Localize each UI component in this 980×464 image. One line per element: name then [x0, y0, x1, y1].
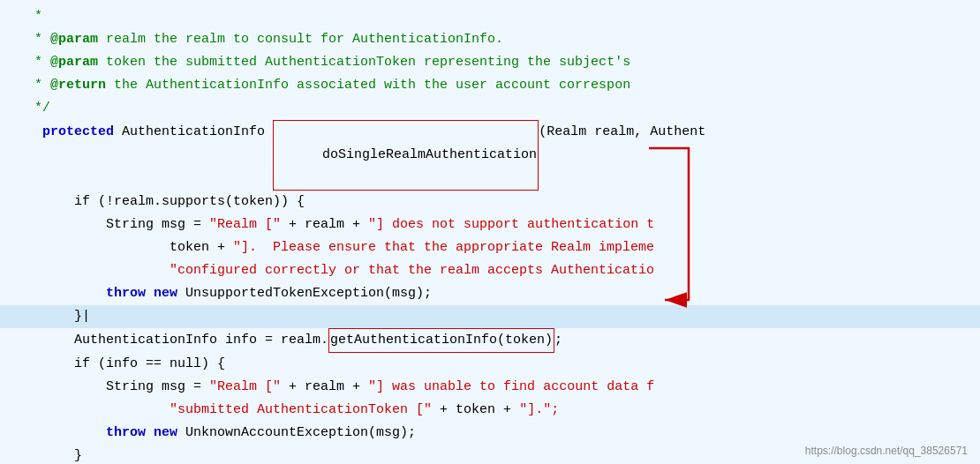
string-val: "] does not support authentication t [368, 213, 654, 236]
code-text [11, 399, 170, 422]
code-line-3: * @param token the submitted Authenticat… [0, 51, 980, 74]
code-text: if (!realm.supports(token)) { [11, 191, 305, 213]
string-val: "Realm [" [209, 376, 281, 399]
code-line-1: * [0, 5, 980, 28]
code-text: ; [554, 329, 562, 352]
comment-text: * [11, 74, 50, 97]
code-text: String msg = [11, 213, 209, 236]
code-line-8: String msg = "Realm [" + realm + "] does… [0, 213, 980, 236]
comment-text: token the submitted AuthenticationToken … [98, 51, 630, 74]
code-line-11: throw new UnsupportedTokenException(msg)… [0, 282, 980, 305]
watermark: https://blog.csdn.net/qq_38526571 [805, 445, 968, 457]
code-line-13: AuthenticationInfo info = realm.getAuthe… [0, 328, 980, 353]
code-text: + token + [432, 399, 519, 422]
code-text: AuthenticationInfo info = realm. [11, 329, 328, 352]
code-line-5: */ [0, 97, 980, 120]
string-val: "submitted AuthenticationToken [" [170, 399, 432, 422]
indent [11, 422, 106, 445]
indent [11, 282, 106, 305]
code-line-14: if (info == null) { [0, 353, 980, 376]
comment-bold: @param [50, 28, 98, 51]
comment-bold: @return [50, 74, 106, 97]
comment-text: * [11, 51, 50, 74]
return-type: AuthenticationInfo [114, 121, 273, 144]
comment-text: */ [11, 97, 50, 120]
comment-text: * [11, 5, 42, 28]
method-name-box: doSingleRealmAuthentication [273, 120, 539, 191]
method-name: doSingleRealmAuthentication [322, 147, 537, 162]
comment-text: * [11, 28, 50, 51]
keyword-protected: protected [42, 121, 114, 144]
code-text: } [11, 445, 82, 464]
string-val: "]."; [519, 399, 567, 422]
comment-text: realm the realm to consult for Authentic… [98, 28, 503, 51]
string-val: "configured correctly or that the realm … [170, 259, 654, 282]
code-text [11, 259, 170, 282]
code-text: token + [11, 236, 233, 259]
method-params: (Realm realm, Authent [539, 121, 705, 144]
code-line-10: "configured correctly or that the realm … [0, 259, 980, 282]
code-text: if (info == null) { [11, 353, 225, 376]
code-text: }| [11, 305, 90, 328]
code-line-method-decl: protected AuthenticationInfo doSingleRea… [0, 120, 980, 191]
keyword-throw: throw new [106, 282, 177, 305]
string-val: "Realm [" [209, 213, 281, 236]
comment-bold: @param [50, 51, 98, 74]
string-val: "]. Please ensure that the appropriate R… [233, 236, 654, 259]
comment-text: the AuthenticationInfo associated with t… [106, 74, 630, 97]
code-line-2: * @param realm the realm to consult for … [0, 28, 980, 51]
code-text: + realm + [281, 376, 368, 399]
code-container: * * @param realm the realm to consult fo… [0, 0, 980, 464]
code-line-17: throw new UnknownAccountException(msg); [0, 422, 980, 445]
method-call-text: getAuthenticationInfo(token) [330, 333, 553, 348]
code-text: String msg = [11, 376, 209, 399]
code-line-9: token + "]. Please ensure that the appro… [0, 236, 980, 259]
indent [11, 121, 42, 144]
code-line-16: "submitted AuthenticationToken [" + toke… [0, 399, 980, 422]
code-line-15: String msg = "Realm [" + realm + "] was … [0, 376, 980, 399]
string-val: "] was unable to find account data f [368, 376, 654, 399]
code-line-12: }| [0, 305, 980, 328]
method-call-box: getAuthenticationInfo(token) [328, 328, 554, 353]
code-text: UnsupportedTokenException(msg); [177, 282, 432, 305]
code-text: + realm + [281, 213, 368, 236]
code-line-4: * @return the AuthenticationInfo associa… [0, 74, 980, 97]
code-text: UnknownAccountException(msg); [177, 422, 416, 445]
code-line-7: if (!realm.supports(token)) { [0, 191, 980, 213]
keyword-throw: throw new [106, 422, 177, 445]
